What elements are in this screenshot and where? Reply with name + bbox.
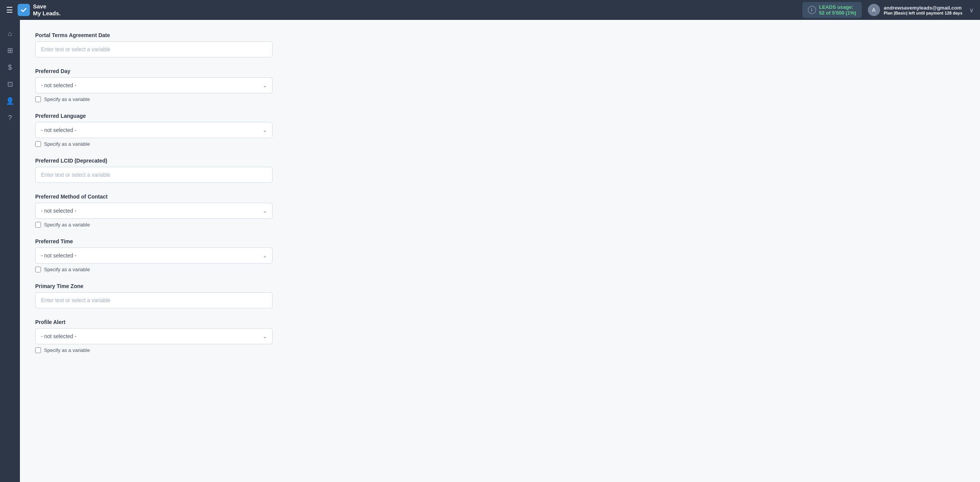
- select-wrapper-profile-alert: - not selected - ⌄: [35, 328, 273, 344]
- field-label-preferred-time: Preferred Time: [35, 238, 273, 244]
- checkbox-preferred-language[interactable]: [35, 141, 41, 147]
- field-profile-alert: Profile Alert - not selected - ⌄ Specify…: [35, 319, 273, 353]
- user-chevron-icon[interactable]: ∨: [969, 7, 974, 14]
- select-preferred-method[interactable]: - not selected -: [35, 203, 273, 219]
- topnav: ☰ Save My Leads. i LEADS usage: 52 of 5'…: [0, 0, 980, 20]
- field-preferred-time: Preferred Time - not selected - ⌄ Specif…: [35, 238, 273, 272]
- checkbox-preferred-day[interactable]: [35, 96, 41, 102]
- sidebar-item-integrations[interactable]: ⊞: [2, 43, 18, 58]
- hamburger-button[interactable]: ☰: [6, 5, 13, 15]
- checkbox-label-preferred-day[interactable]: Specify as a variable: [44, 96, 90, 102]
- usage-indicator: i LEADS usage: 52 of 5'000 (1%): [802, 2, 862, 18]
- field-label-preferred-language: Preferred Language: [35, 113, 273, 119]
- field-preferred-lcid: Preferred LCID (Deprecated): [35, 158, 273, 183]
- checkbox-preferred-method[interactable]: [35, 222, 41, 228]
- user-email: andrewsavemyleads@gmail.com: [884, 5, 962, 11]
- logo-text: Save My Leads.: [33, 3, 61, 17]
- input-preferred-lcid[interactable]: [35, 167, 273, 183]
- checkbox-row-preferred-method: Specify as a variable: [35, 222, 273, 228]
- checkbox-row-profile-alert: Specify as a variable: [35, 347, 273, 353]
- sidebar-item-billing[interactable]: $: [2, 60, 18, 75]
- sidebar-item-account[interactable]: 👤: [2, 93, 18, 109]
- user-info: andrewsavemyleads@gmail.com Plan |Basic|…: [884, 5, 962, 15]
- checkbox-profile-alert[interactable]: [35, 347, 41, 353]
- sidebar-item-home[interactable]: ⌂: [2, 26, 18, 41]
- sidebar-item-help[interactable]: ?: [2, 110, 18, 125]
- info-icon: i: [808, 6, 816, 14]
- field-label-profile-alert: Profile Alert: [35, 319, 273, 325]
- field-portal-terms-agreement-date: Portal Terms Agreement Date: [35, 32, 273, 57]
- select-wrapper-preferred-method: - not selected - ⌄: [35, 203, 273, 219]
- checkbox-row-preferred-day: Specify as a variable: [35, 96, 273, 102]
- checkbox-label-preferred-method[interactable]: Specify as a variable: [44, 222, 90, 228]
- input-portal-terms[interactable]: [35, 41, 273, 57]
- user-plan: Plan |Basic| left until payment 128 days: [884, 11, 962, 15]
- checkbox-preferred-time[interactable]: [35, 267, 41, 272]
- select-profile-alert[interactable]: - not selected -: [35, 328, 273, 344]
- field-preferred-day: Preferred Day - not selected - ⌄ Specify…: [35, 68, 273, 102]
- sidebar: ⌂ ⊞ $ ⊡ 👤 ?: [0, 20, 20, 482]
- select-preferred-time[interactable]: - not selected -: [35, 248, 273, 264]
- user-menu[interactable]: A andrewsavemyleads@gmail.com Plan |Basi…: [868, 4, 974, 16]
- checkbox-row-preferred-language: Specify as a variable: [35, 141, 273, 147]
- checkbox-label-preferred-time[interactable]: Specify as a variable: [44, 267, 90, 272]
- field-label-portal-terms: Portal Terms Agreement Date: [35, 32, 273, 38]
- select-preferred-day[interactable]: - not selected -: [35, 77, 273, 93]
- input-primary-time-zone[interactable]: [35, 292, 273, 308]
- field-preferred-language: Preferred Language - not selected - ⌄ Sp…: [35, 113, 273, 147]
- select-preferred-language[interactable]: - not selected -: [35, 122, 273, 138]
- select-wrapper-preferred-language: - not selected - ⌄: [35, 122, 273, 138]
- checkbox-row-preferred-time: Specify as a variable: [35, 267, 273, 272]
- select-wrapper-preferred-time: - not selected - ⌄: [35, 248, 273, 264]
- main-content: Portal Terms Agreement Date Preferred Da…: [20, 20, 980, 482]
- field-label-preferred-lcid: Preferred LCID (Deprecated): [35, 158, 273, 164]
- logo: Save My Leads.: [18, 3, 61, 17]
- form-section: Portal Terms Agreement Date Preferred Da…: [35, 32, 273, 353]
- field-label-primary-time-zone: Primary Time Zone: [35, 283, 273, 289]
- checkbox-label-preferred-language[interactable]: Specify as a variable: [44, 141, 90, 147]
- avatar: A: [868, 4, 880, 16]
- sidebar-item-tools[interactable]: ⊡: [2, 77, 18, 92]
- field-primary-time-zone: Primary Time Zone: [35, 283, 273, 308]
- select-wrapper-preferred-day: - not selected - ⌄: [35, 77, 273, 93]
- logo-icon: [18, 4, 30, 16]
- checkbox-label-profile-alert[interactable]: Specify as a variable: [44, 347, 90, 353]
- usage-text: LEADS usage: 52 of 5'000 (1%): [819, 4, 856, 16]
- field-label-preferred-method: Preferred Method of Contact: [35, 194, 273, 200]
- field-preferred-method-of-contact: Preferred Method of Contact - not select…: [35, 194, 273, 228]
- field-label-preferred-day: Preferred Day: [35, 68, 273, 74]
